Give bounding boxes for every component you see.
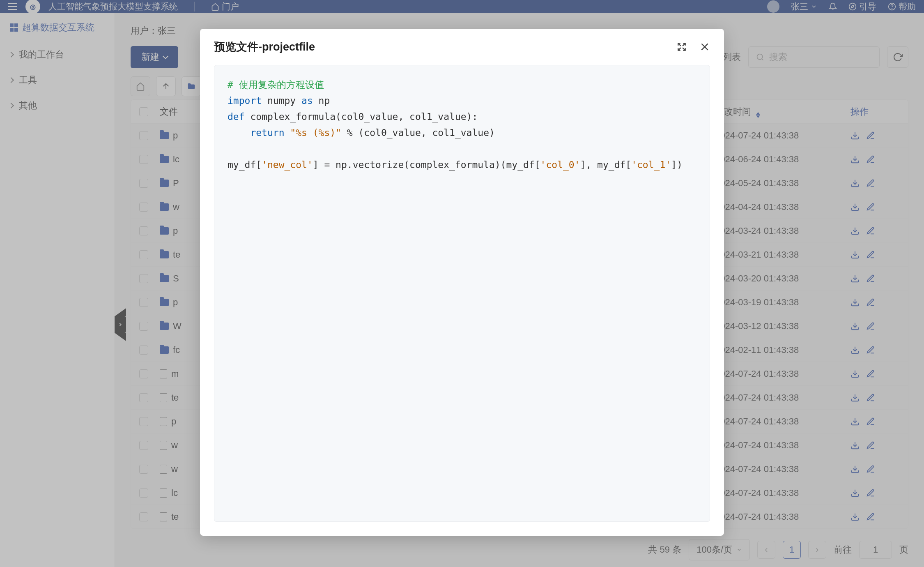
code-keyword: as — [301, 95, 313, 106]
code-string: 'col_1' — [631, 159, 671, 170]
expand-icon[interactable] — [676, 41, 687, 52]
close-icon[interactable] — [699, 41, 710, 52]
code-string: 'col_0' — [540, 159, 580, 170]
svg-line-26 — [683, 44, 685, 46]
svg-line-24 — [678, 44, 680, 46]
code-text: complex_formula(col0_value, col1_value): — [245, 111, 478, 122]
code-text: np — [313, 95, 330, 106]
code-comment: # 使用复杂的方程设值 — [228, 79, 324, 90]
svg-line-25 — [683, 48, 685, 50]
modal-overlay[interactable]: 预览文件-projectfile # 使用复杂的方程设值 import nump… — [0, 0, 924, 567]
code-keyword: return — [250, 127, 284, 138]
code-text: numpy — [262, 95, 301, 106]
preview-modal: 预览文件-projectfile # 使用复杂的方程设值 import nump… — [200, 29, 724, 536]
code-keyword: def — [228, 111, 245, 122]
modal-header: 预览文件-projectfile — [200, 29, 724, 65]
code-text — [284, 127, 290, 138]
code-text: ], my_df[ — [580, 159, 632, 170]
modal-title: 预览文件-projectfile — [214, 39, 676, 54]
code-preview[interactable]: # 使用复杂的方程设值 import numpy as np def compl… — [214, 65, 710, 522]
code-string: 'new_col' — [262, 159, 313, 170]
code-string: "%s (%s)" — [290, 127, 341, 138]
modal-body: # 使用复杂的方程设值 import numpy as np def compl… — [200, 65, 724, 536]
code-text: % (col0_value, col1_value) — [341, 127, 495, 138]
code-text: ]) — [671, 159, 683, 170]
code-text: my_df[ — [228, 159, 262, 170]
svg-line-27 — [678, 48, 680, 50]
code-keyword: import — [228, 95, 262, 106]
code-indent — [228, 127, 250, 138]
code-text: ] = np.vectorize(complex_formula)(my_df[ — [313, 159, 540, 170]
